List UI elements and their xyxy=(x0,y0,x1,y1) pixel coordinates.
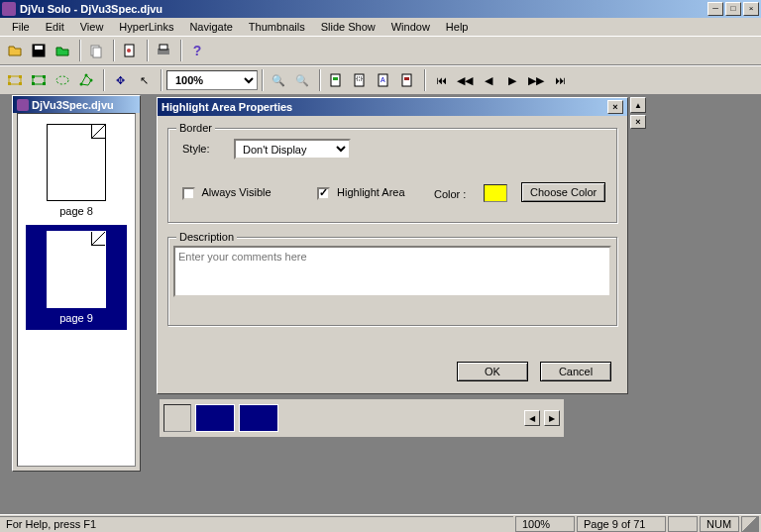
nav-next-fast[interactable]: ▶▶ xyxy=(525,69,547,91)
oval-icon xyxy=(54,72,70,88)
zoom-out-icon: 🔍 xyxy=(295,74,309,87)
dialog-close-button[interactable]: × xyxy=(607,100,623,114)
page-btn-3[interactable]: A xyxy=(373,69,394,91)
zoom-in-button[interactable]: 🔍 xyxy=(268,69,289,91)
nav-first[interactable]: ⏮ xyxy=(430,69,452,91)
svg-point-18 xyxy=(56,76,68,84)
mini-thumb[interactable] xyxy=(195,404,235,432)
highlight-area-checkbox[interactable] xyxy=(317,187,330,200)
thumbnail-panel: DjVu3Spec.djvu page 8 page 9 xyxy=(12,95,141,472)
page-link-icon: A xyxy=(376,72,391,88)
floppy-icon xyxy=(31,43,47,58)
rect-tool[interactable] xyxy=(4,69,26,91)
saveas-button[interactable] xyxy=(52,40,73,61)
mini-thumb[interactable] xyxy=(239,404,278,432)
maximize-button[interactable]: □ xyxy=(725,2,741,16)
menu-window[interactable]: Window xyxy=(383,20,438,34)
strip-right[interactable]: ▶ xyxy=(544,410,560,426)
nav-next[interactable]: ▶ xyxy=(501,69,523,91)
svg-rect-12 xyxy=(19,82,22,85)
svg-point-21 xyxy=(90,79,93,82)
select-tool[interactable]: ↖ xyxy=(133,69,155,91)
poly-tool[interactable] xyxy=(75,69,97,91)
view-toolbar: ✥ ↖ 100% 🔍 🔍 A ⏮ ◀◀ ◀ ▶ ▶▶ ⏭ xyxy=(0,65,761,95)
doc-button[interactable] xyxy=(119,40,141,61)
minimize-button[interactable]: ─ xyxy=(707,2,723,16)
nav-prev[interactable]: ◀ xyxy=(478,69,499,91)
page-btn-2[interactable] xyxy=(349,69,371,91)
svg-rect-7 xyxy=(160,45,167,50)
pan-tool[interactable]: ✥ xyxy=(109,69,131,91)
always-visible-label: Always Visible xyxy=(201,186,271,198)
style-label: Style: xyxy=(182,143,210,155)
menu-thumbnails[interactable]: Thumbnails xyxy=(241,20,313,34)
always-visible-checkbox[interactable] xyxy=(182,187,195,200)
open-button[interactable] xyxy=(4,40,26,61)
help-icon: ? xyxy=(193,43,202,58)
menu-slideshow[interactable]: Slide Show xyxy=(313,20,383,34)
dialog-titlebar[interactable]: Highlight Area Properties × xyxy=(158,98,627,116)
panel-close-button[interactable]: × xyxy=(630,115,646,129)
menu-edit[interactable]: Edit xyxy=(38,20,72,34)
cancel-button[interactable]: Cancel xyxy=(540,362,611,381)
rect-green-icon xyxy=(31,72,47,88)
svg-rect-15 xyxy=(43,75,46,78)
status-zoom: 100% xyxy=(515,516,575,532)
choose-color-button[interactable]: Choose Color xyxy=(521,182,605,202)
menu-file[interactable]: File xyxy=(4,20,38,34)
menu-hyperlinks[interactable]: HyperLinks xyxy=(111,20,181,34)
color-swatch xyxy=(484,184,507,202)
chevron-up-icon: ▲ xyxy=(634,101,642,110)
svg-rect-23 xyxy=(333,77,338,80)
prev-icon: ◀ xyxy=(485,74,492,87)
rewind-icon: ◀◀ xyxy=(457,74,473,87)
status-help: For Help, press F1 xyxy=(0,516,513,532)
svg-point-20 xyxy=(85,74,88,77)
zoom-select[interactable]: 100% xyxy=(166,70,258,90)
polygon-icon xyxy=(78,72,94,88)
oval-tool[interactable] xyxy=(52,69,73,91)
zoom-out-button[interactable]: 🔍 xyxy=(291,69,313,91)
menu-navigate[interactable]: Navigate xyxy=(181,20,240,34)
copy-button[interactable] xyxy=(85,40,107,61)
rect-tool-2[interactable] xyxy=(28,69,50,91)
status-page: Page 9 of 71 xyxy=(577,516,666,532)
nav-prev-fast[interactable]: ◀◀ xyxy=(454,69,476,91)
highlight-area-label: Highlight Area xyxy=(337,186,405,198)
color-label: Color : xyxy=(434,188,466,200)
folder-open-icon xyxy=(7,43,23,58)
page-btn-4[interactable] xyxy=(396,69,418,91)
thumbnail-list: page 8 page 9 xyxy=(17,113,136,467)
print-button[interactable] xyxy=(153,40,174,61)
doc-icon xyxy=(17,99,29,111)
style-select[interactable]: Don't Display xyxy=(234,139,351,160)
first-icon: ⏮ xyxy=(436,74,447,86)
scroll-up-button[interactable]: ▲ xyxy=(630,97,646,113)
nav-last[interactable]: ⏭ xyxy=(549,69,571,91)
resize-grip[interactable] xyxy=(741,516,759,532)
page-btn-1[interactable] xyxy=(325,69,347,91)
save-button[interactable] xyxy=(28,40,50,61)
close-button[interactable]: × xyxy=(743,2,759,16)
description-textarea[interactable] xyxy=(173,246,611,297)
description-legend: Description xyxy=(176,231,237,243)
help-button[interactable]: ? xyxy=(186,40,208,61)
page-dashed-icon xyxy=(352,72,368,88)
last-icon: ⏭ xyxy=(555,74,566,86)
svg-rect-9 xyxy=(8,75,11,78)
menu-help[interactable]: Help xyxy=(438,20,477,34)
status-bar: For Help, press F1 100% Page 9 of 71 NUM xyxy=(0,514,761,532)
strip-left[interactable]: ◀ xyxy=(524,410,540,426)
thumbnail-item-selected[interactable]: page 9 xyxy=(26,225,127,330)
ok-button[interactable]: OK xyxy=(457,362,528,381)
menu-view[interactable]: View xyxy=(72,20,112,34)
content-area: DjVu3Spec.djvu page 8 page 9 ▲ × Highlig… xyxy=(0,95,761,514)
copy-icon xyxy=(88,43,104,58)
thumbnail-item[interactable]: page 8 xyxy=(26,124,127,217)
page-r-icon xyxy=(399,72,415,88)
svg-rect-16 xyxy=(32,82,35,85)
thumbnail-titlebar[interactable]: DjVu3Spec.djvu xyxy=(13,96,140,113)
main-toolbar: ? xyxy=(0,36,761,65)
svg-text:A: A xyxy=(380,76,385,83)
pointer-icon: ↖ xyxy=(140,74,149,87)
